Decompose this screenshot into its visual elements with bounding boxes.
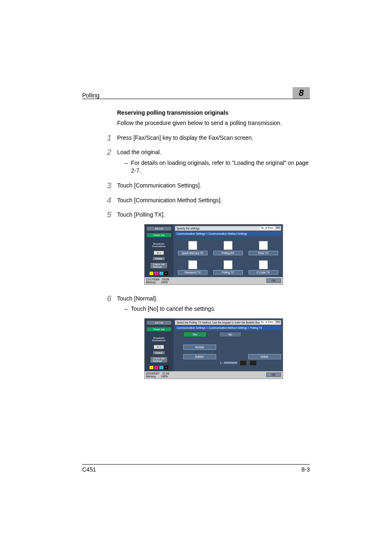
pager: 1/ 1 <box>154 345 164 349</box>
quick-memory-tx-button[interactable]: Quick Memory TX <box>178 251 208 255</box>
step-number: 2 <box>107 148 115 157</box>
polling-rx-icon <box>224 241 233 250</box>
step-text: Touch [Communication Method Settings]. <box>117 196 310 205</box>
check-job-tab[interactable]: Check Job <box>146 327 172 332</box>
noof-label: No. of Dest. <box>260 226 274 229</box>
footer-time: 00:08 <box>162 278 169 281</box>
subheading: Reserving polling transmission originals <box>117 109 310 116</box>
footer-memory-label: Memory <box>146 281 156 284</box>
step-number: 4 <box>107 196 115 205</box>
section-title: Polling <box>82 92 99 99</box>
noof-value: 000 <box>276 321 280 323</box>
breadcrumb: Communication Settings > Communication M… <box>175 231 281 236</box>
timer-tx-button[interactable]: Timer TX <box>249 251 278 255</box>
noof-label: No. of Dest. <box>260 320 274 324</box>
step-text: Touch [Communication Settings]. <box>117 181 310 190</box>
job-list-tab[interactable]: Job List <box>146 226 172 231</box>
broadcast-label: Broadcast Destinations <box>152 337 166 342</box>
toner-m-icon: M <box>154 365 159 370</box>
toner-m-icon: M <box>154 271 159 275</box>
delete-button[interactable]: Delete <box>152 257 165 261</box>
fcode-tx-icon <box>259 260 268 269</box>
step-text: Touch [Polling TX]. <box>117 210 310 219</box>
check-job-tab[interactable]: Check Job <box>146 233 172 238</box>
polling-tx-button[interactable]: Polling TX <box>213 270 243 275</box>
no-button[interactable]: No <box>219 332 242 337</box>
fcode-tx-button[interactable]: F-Code TX <box>249 270 278 275</box>
pager: 1/ 1 <box>154 251 164 255</box>
footer-memory-pct: 100% <box>161 281 168 284</box>
job-list-tab[interactable]: Job List <box>146 320 172 325</box>
step-sub-bullet: For details on loading originals, refer … <box>125 159 310 175</box>
step-number: 5 <box>107 210 115 220</box>
step-number: 1 <box>107 133 115 143</box>
bulletin-button[interactable]: Bulletin <box>183 354 216 359</box>
footer-memory-pct: 100% <box>161 375 168 378</box>
step-text: Press [Fax/Scan] key to display the Fax/… <box>117 133 310 142</box>
broadcast-label: Broadcast Destinations <box>152 243 166 247</box>
toner-k-icon: K <box>164 271 168 275</box>
quick-memory-icon <box>188 241 197 250</box>
footer-date: 03/24/2007 <box>146 372 160 375</box>
yes-button[interactable]: Yes <box>183 332 207 337</box>
footer-memory-label: Memory <box>146 375 156 378</box>
toner-k-icon: K <box>164 365 168 370</box>
delete-number-button[interactable]: Delete <box>248 354 281 359</box>
timer-tx-icon <box>259 241 268 250</box>
step-number: 6 <box>107 294 115 303</box>
arrow-right-icon[interactable] <box>249 360 257 366</box>
polling-rx-button[interactable]: Polling RX <box>213 251 243 255</box>
polling-tx-icon <box>224 260 233 269</box>
intro-paragraph: Follow the procedure given below to send… <box>117 119 310 127</box>
delete-button[interactable]: Delete <box>152 351 165 355</box>
header-rule <box>82 99 310 99</box>
check-settings-button[interactable]: Check Job Settings <box>150 262 167 269</box>
ok-button[interactable]: OK <box>266 278 281 283</box>
toner-c-icon: C <box>159 271 164 275</box>
step-number: 3 <box>107 181 115 190</box>
check-settings-button[interactable]: Check Job Settings <box>150 356 167 363</box>
password-tx-button[interactable]: Password TX <box>178 270 208 275</box>
toner-y-icon: Y <box>149 271 154 275</box>
step-sub-bullet: Touch [No] to cancel the settings. <box>125 305 310 313</box>
ok-button[interactable]: OK <box>266 372 281 377</box>
chapter-number-box: 8 <box>293 87 310 99</box>
range-label: 1 - 999999999 <box>220 361 238 364</box>
footer-model: C451 <box>82 466 96 473</box>
step-text: Touch [Normal]. <box>117 294 310 303</box>
toner-y-icon: Y <box>149 365 154 370</box>
toner-indicators: Y M C K <box>149 365 168 370</box>
screenshot-comm-method-settings: Job List Check Job Broadcast Destination… <box>144 224 283 285</box>
step-text: Load the original. <box>117 148 310 157</box>
normal-button[interactable]: Normal <box>183 345 216 350</box>
password-tx-icon <box>188 260 197 269</box>
arrow-left-icon[interactable] <box>240 360 247 366</box>
breadcrumb: Communication Settings > Communication M… <box>175 326 281 330</box>
footer-page-number: 8-3 <box>302 466 310 473</box>
footer-time: 01:04 <box>162 372 169 375</box>
toner-c-icon: C <box>159 365 164 370</box>
toner-indicators: Y M C K <box>149 271 168 275</box>
footer-date: 11/17/2006 <box>146 278 160 281</box>
screenshot-polling-tx: Job List Check Job Broadcast Destination… <box>144 318 283 379</box>
noof-value: 000 <box>276 227 280 229</box>
